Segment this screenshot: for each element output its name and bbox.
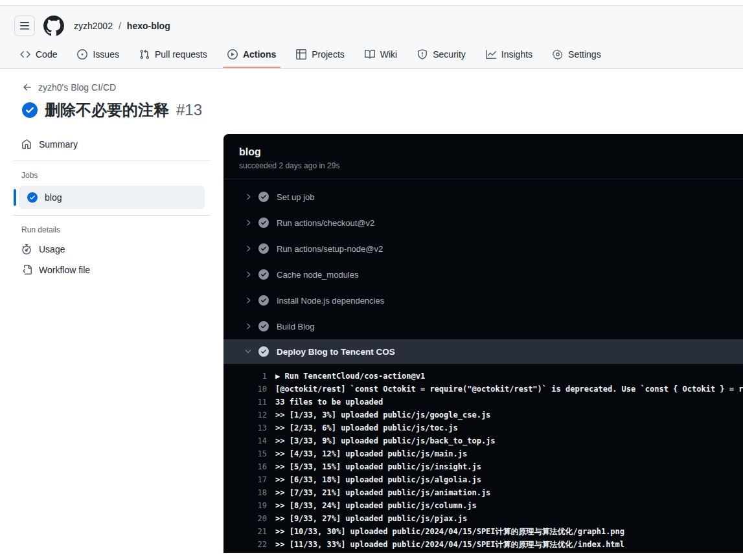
log-line-number[interactable]: 22: [223, 538, 267, 551]
run-sidebar: Summary Jobs blog Run details Usage Work…: [0, 134, 223, 280]
log-line-number[interactable]: 13: [223, 421, 267, 434]
log-line-number[interactable]: 15: [223, 447, 267, 460]
tab-projects[interactable]: Projects: [290, 44, 350, 68]
log-line-number[interactable]: 16: [223, 460, 267, 473]
issue-opened-icon: [77, 49, 87, 60]
chevron-right-icon: [244, 270, 253, 279]
steps-list: Set up job Run actions/checkout@v2 Run a…: [223, 179, 743, 364]
log-line-text: >> [7/33, 21%] uploaded public/js/animat…: [267, 486, 490, 499]
tab-issues[interactable]: Issues: [71, 44, 124, 68]
sidebar-item-workflow-file[interactable]: Workflow file: [13, 260, 223, 280]
step-success-check-circle-icon: [258, 269, 269, 280]
back-to-workflow-link[interactable]: zyzh0's Blog CI/CD: [22, 82, 116, 93]
log-line-text: >> [4/33, 12%] uploaded public/js/main.j…: [267, 447, 467, 460]
tab-label: Code: [36, 49, 57, 60]
log-line-number[interactable]: 10: [223, 383, 267, 396]
graph-icon: [486, 49, 496, 60]
step-success-check-circle-icon: [258, 346, 269, 357]
log-line-number[interactable]: 20: [223, 512, 267, 525]
chevron-right-icon: [244, 218, 253, 227]
tab-security[interactable]: Security: [411, 44, 472, 68]
tab-label: Pull requests: [155, 49, 207, 60]
book-icon: [365, 49, 375, 60]
step-success-check-circle-icon: [258, 321, 269, 331]
step-success-check-circle-icon: [258, 192, 269, 202]
tab-label: Settings: [568, 49, 601, 60]
arrow-left-icon: [22, 82, 32, 93]
step-cache-node-modules[interactable]: Cache node_modules: [223, 262, 743, 287]
log-line-number[interactable]: 11: [223, 396, 267, 409]
tab-wiki[interactable]: Wiki: [359, 44, 403, 68]
log-line-number[interactable]: 18: [223, 486, 267, 499]
job-log-panel: blog succeeded 2 days ago in 29s Set up …: [223, 134, 743, 553]
log-line-text: >> [3/33, 9%] uploaded public/js/back_to…: [267, 434, 496, 447]
step-label: Deploy Blog to Tencent COS: [277, 347, 395, 357]
step-success-check-circle-icon: [258, 243, 269, 254]
step-setup-node[interactable]: Run actions/setup-node@v2: [223, 236, 743, 262]
chevron-right-icon: [244, 244, 253, 253]
step-label: Install Node.js dependencies: [277, 296, 384, 306]
sidebar-item-label: Workflow file: [39, 265, 90, 275]
log-line-number[interactable]: 12: [223, 409, 267, 421]
sidebar-divider: [13, 215, 211, 216]
run-title: 删除不必要的注释: [45, 100, 169, 120]
log-line-text: >> [10/33, 30%] uploaded public/2024/04/…: [267, 525, 624, 538]
log-line-number[interactable]: 21: [223, 525, 267, 538]
tab-pull-requests[interactable]: Pull requests: [133, 44, 213, 68]
log-line-text: >> [2/33, 6%] uploaded public/js/toc.js: [267, 421, 458, 434]
hamburger-menu-button[interactable]: [14, 16, 35, 36]
log-line: 20>> [9/33, 27%] uploaded public/js/pjax…: [223, 512, 743, 525]
step-label: Build Blog: [277, 322, 315, 331]
log-line: 13>> [2/33, 6%] uploaded public/js/toc.j…: [223, 421, 743, 434]
sidebar-job-blog[interactable]: blog: [19, 186, 205, 209]
chevron-down-icon: [244, 347, 253, 356]
log-line-number[interactable]: 17: [223, 473, 267, 486]
sidebar-item-summary[interactable]: Summary: [13, 134, 223, 155]
log-output: 1▶ Run TencentCloud/cos-action@v1 10[@oc…: [223, 364, 743, 551]
log-line-number[interactable]: 1: [223, 370, 267, 383]
sidebar-item-label: Usage: [39, 244, 65, 254]
step-build-blog[interactable]: Build Blog: [223, 313, 743, 339]
play-icon: [227, 49, 238, 60]
step-label: Run actions/setup-node@v2: [277, 244, 383, 254]
breadcrumb-owner-link[interactable]: zyzh2002: [74, 21, 113, 31]
chevron-right-icon: [244, 192, 253, 201]
log-line: 18>> [7/33, 21%] uploaded public/js/anim…: [223, 486, 743, 499]
step-success-check-circle-icon: [258, 295, 269, 306]
breadcrumb-separator: /: [119, 21, 121, 31]
log-line-text: >> [8/33, 24%] uploaded public/js/column…: [267, 499, 477, 512]
step-set-up-job[interactable]: Set up job: [223, 184, 743, 210]
github-header: zyzh2002 / hexo-blog Code Issues Pull re…: [0, 6, 743, 69]
step-deploy-tencent-cos[interactable]: Deploy Blog to Tencent COS: [223, 339, 743, 364]
browser-edge-strip: [0, 0, 743, 6]
breadcrumb-repo-link[interactable]: hexo-blog: [127, 21, 170, 31]
tab-code[interactable]: Code: [14, 44, 63, 68]
repo-tab-nav: Code Issues Pull requests Actions Projec…: [14, 44, 733, 68]
log-line: 17>> [6/33, 18%] uploaded public/js/algo…: [223, 473, 743, 486]
log-line: 14>> [3/33, 9%] uploaded public/js/back_…: [223, 434, 743, 447]
step-install-dependencies[interactable]: Install Node.js dependencies: [223, 287, 743, 313]
git-pull-request-icon: [139, 49, 150, 60]
gear-icon: [553, 49, 563, 60]
step-checkout[interactable]: Run actions/checkout@v2: [223, 210, 743, 236]
log-line-number[interactable]: 14: [223, 434, 267, 447]
tab-insights[interactable]: Insights: [480, 44, 538, 68]
tab-settings[interactable]: Settings: [547, 44, 607, 68]
log-line-number[interactable]: 19: [223, 499, 267, 512]
tab-actions[interactable]: Actions: [222, 44, 282, 68]
run-number: #13: [176, 101, 202, 119]
job-label: blog: [45, 192, 62, 203]
sidebar-divider: [13, 161, 211, 161]
job-panel-header: blog succeeded 2 days ago in 29s: [223, 134, 743, 179]
sidebar-item-usage[interactable]: Usage: [13, 239, 223, 260]
job-panel-title: blog: [239, 146, 727, 158]
github-logo-icon[interactable]: [43, 16, 64, 36]
log-line: 16>> [5/33, 15%] uploaded public/js/insi…: [223, 460, 743, 473]
step-label: Cache node_modules: [277, 270, 358, 280]
step-label: Set up job: [277, 192, 315, 202]
tab-label: Insights: [501, 49, 532, 60]
log-line-text: >> [5/33, 15%] uploaded public/js/insigh…: [267, 460, 481, 473]
chevron-right-icon: [244, 322, 253, 331]
stopwatch-icon: [21, 244, 32, 254]
log-line-text: >> [11/33, 33%] uploaded public/2024/04/…: [267, 538, 624, 551]
